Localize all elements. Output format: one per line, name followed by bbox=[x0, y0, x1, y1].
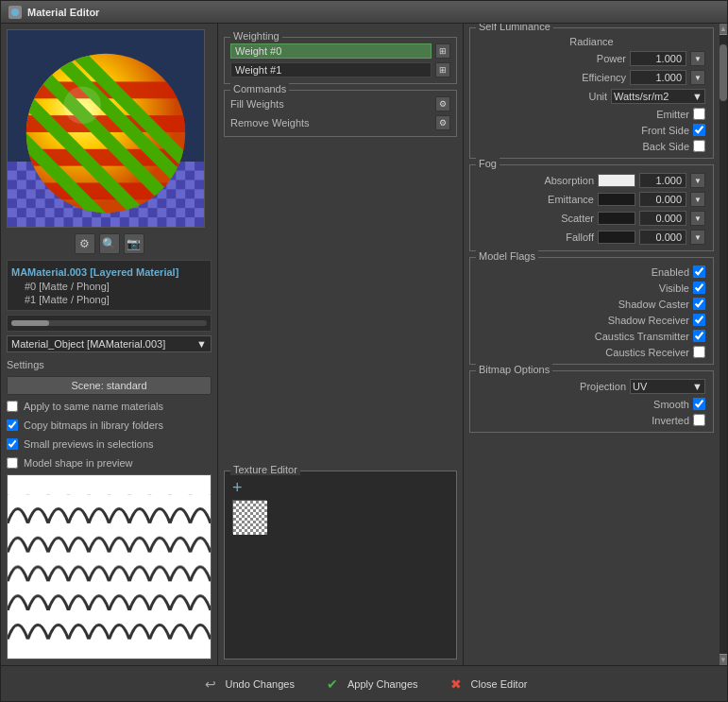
power-input[interactable] bbox=[630, 51, 686, 66]
falloff-btn[interactable]: ▼ bbox=[690, 230, 705, 245]
falloff-color[interactable] bbox=[598, 231, 635, 244]
radiance-sublabel: Radiance bbox=[478, 34, 705, 49]
weight-0-bar[interactable]: Weight #0 bbox=[230, 43, 432, 59]
back-side-label: Back Side bbox=[576, 141, 689, 152]
weight-1-row: Weight #1 ⊞ bbox=[230, 60, 450, 79]
emitter-label: Emitter bbox=[576, 109, 689, 120]
self-luminance-section: Self Luminance Radiance Power ▼ Efficien… bbox=[469, 27, 714, 159]
left-panel: ⚙ 🔍 📷 MAMaterial.003 [Layered Material] … bbox=[1, 24, 218, 665]
projection-dropdown[interactable]: UV ▼ bbox=[630, 379, 705, 394]
tree-child-1[interactable]: #1 [Matte / Phong] bbox=[11, 293, 207, 306]
scatter-input[interactable] bbox=[639, 211, 686, 226]
close-button[interactable]: ✖ Close Editor bbox=[447, 675, 528, 693]
weight-0-icon[interactable]: ⊞ bbox=[435, 43, 450, 59]
weighting-label: Weighting bbox=[230, 30, 282, 42]
preview-btn-2[interactable]: 🔍 bbox=[99, 233, 120, 254]
projection-label: Projection bbox=[532, 381, 626, 392]
shadow-receiver-checkbox[interactable] bbox=[693, 314, 705, 326]
efficiency-btn[interactable]: ▼ bbox=[690, 70, 705, 85]
unit-row: Unit Watts/sr/m2 ▼ bbox=[478, 87, 705, 106]
texture-add-btn[interactable]: + bbox=[232, 479, 243, 496]
window-title: Material Editor bbox=[27, 7, 99, 18]
emittance-input[interactable] bbox=[639, 192, 686, 207]
tree-root[interactable]: MAMaterial.003 [Layered Material] bbox=[11, 265, 207, 280]
absorption-btn[interactable]: ▼ bbox=[690, 173, 705, 188]
front-side-checkbox[interactable] bbox=[693, 124, 705, 136]
enabled-row: Enabled bbox=[478, 264, 705, 280]
tree-scrollbar[interactable] bbox=[7, 315, 212, 332]
material-object-dropdown[interactable]: Material_Object [MAMaterial.003] ▼ bbox=[7, 335, 212, 352]
fog-section: Fog Absorption ▼ Emittance ▼ bbox=[469, 164, 714, 251]
unit-label: Unit bbox=[513, 91, 607, 102]
scroll-thumb bbox=[11, 320, 49, 326]
absorption-color[interactable] bbox=[598, 174, 635, 187]
tree-child-0[interactable]: #0 [Matte / Phong] bbox=[11, 280, 207, 293]
falloff-row: Falloff ▼ bbox=[478, 228, 705, 247]
fill-weights-icon[interactable]: ⚙ bbox=[435, 96, 450, 111]
scroll-thumb-right[interactable] bbox=[720, 44, 727, 101]
fill-weights-label: Fill Weights bbox=[230, 98, 284, 110]
titlebar: Material Editor bbox=[1, 1, 727, 24]
emittance-btn[interactable]: ▼ bbox=[690, 192, 705, 207]
inverted-label: Inverted bbox=[576, 415, 689, 426]
self-luminance-title: Self Luminance bbox=[476, 24, 553, 32]
preview-btn-3[interactable]: 📷 bbox=[124, 233, 144, 254]
texture-editor-label: Texture Editor bbox=[230, 464, 300, 475]
material-editor-window: Material Editor bbox=[0, 0, 728, 702]
inverted-checkbox[interactable] bbox=[693, 414, 705, 426]
unit-dropdown[interactable]: Watts/sr/m2 ▼ bbox=[611, 89, 705, 104]
checkbox-small-previews-input[interactable] bbox=[7, 438, 18, 450]
material-tree: MAMaterial.003 [Layered Material] #0 [Ma… bbox=[7, 260, 212, 311]
right-scrollbar[interactable]: ▲ ▼ bbox=[720, 24, 727, 665]
power-btn[interactable]: ▼ bbox=[690, 51, 705, 66]
svg-point-18 bbox=[63, 86, 101, 124]
smooth-label: Smooth bbox=[576, 399, 689, 410]
checkbox-copy-bitmaps: Copy bitmaps in library folders bbox=[7, 418, 212, 433]
checkbox-copy-bitmaps-input[interactable] bbox=[7, 419, 18, 431]
bitmap-options-section: Bitmap Options Projection UV ▼ Smooth bbox=[469, 370, 714, 433]
falloff-label: Falloff bbox=[499, 231, 594, 243]
inverted-row: Inverted bbox=[478, 412, 705, 428]
caustics-transmitter-label: Caustics Transmitter bbox=[576, 331, 689, 342]
efficiency-input[interactable] bbox=[630, 70, 686, 85]
weight-1-icon[interactable]: ⊞ bbox=[435, 62, 450, 77]
shadow-caster-checkbox[interactable] bbox=[693, 298, 705, 310]
scatter-color[interactable] bbox=[598, 212, 635, 225]
front-side-label: Front Side bbox=[576, 125, 689, 136]
checkbox-model-shape-input[interactable] bbox=[7, 457, 18, 469]
caustics-receiver-checkbox[interactable] bbox=[693, 346, 705, 358]
absorption-input[interactable] bbox=[639, 173, 686, 188]
undo-button[interactable]: ↩ Undo Changes bbox=[201, 675, 295, 693]
weight-1-bar[interactable]: Weight #1 bbox=[230, 62, 432, 77]
apply-button[interactable]: ✔ Apply Changes bbox=[323, 675, 418, 693]
back-side-row: Back Side bbox=[478, 138, 705, 154]
svg-rect-20 bbox=[8, 494, 211, 640]
scroll-down-btn[interactable]: ▼ bbox=[720, 654, 727, 665]
enabled-checkbox[interactable] bbox=[693, 265, 705, 278]
close-icon: ✖ bbox=[447, 675, 466, 693]
caustics-receiver-row: Caustics Receiver bbox=[478, 344, 705, 360]
emittance-color[interactable] bbox=[598, 193, 635, 206]
scatter-btn[interactable]: ▼ bbox=[690, 211, 705, 226]
texture-item[interactable] bbox=[232, 500, 266, 534]
scene-button[interactable]: Scene: standard bbox=[7, 376, 212, 395]
emitter-row: Emitter bbox=[478, 106, 705, 122]
smooth-checkbox[interactable] bbox=[693, 398, 705, 410]
visible-checkbox[interactable] bbox=[693, 282, 705, 294]
emitter-checkbox[interactable] bbox=[693, 108, 705, 120]
checkbox-same-name-input[interactable] bbox=[7, 401, 18, 412]
caustics-transmitter-checkbox[interactable] bbox=[693, 330, 705, 342]
remove-weights-row: Remove Weights ⚙ bbox=[230, 113, 450, 132]
right-panel: Self Luminance Radiance Power ▼ Efficien… bbox=[464, 24, 727, 665]
remove-weights-icon[interactable]: ⚙ bbox=[435, 115, 450, 130]
bitmap-options-title: Bitmap Options bbox=[476, 364, 552, 375]
preview-btn-1[interactable]: ⚙ bbox=[75, 233, 95, 254]
falloff-input[interactable] bbox=[639, 230, 686, 245]
front-side-row: Front Side bbox=[478, 122, 705, 138]
fog-title: Fog bbox=[476, 158, 499, 169]
svg-rect-25 bbox=[233, 501, 267, 535]
power-row: Power ▼ bbox=[478, 49, 705, 68]
scroll-up-btn[interactable]: ▲ bbox=[720, 24, 727, 35]
back-side-checkbox[interactable] bbox=[693, 140, 705, 152]
emittance-row: Emittance ▼ bbox=[478, 190, 705, 209]
